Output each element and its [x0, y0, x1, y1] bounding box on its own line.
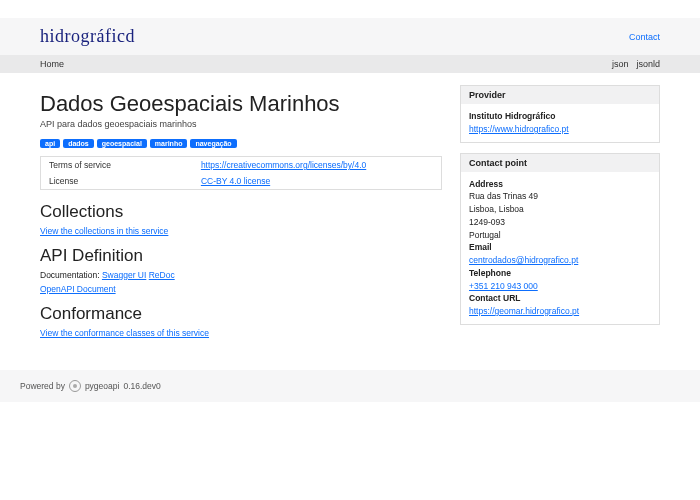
info-table: Terms of service https://creativecommons…	[40, 156, 442, 190]
top-bar: hidrográficd Contact	[0, 18, 700, 55]
tag: api	[40, 139, 60, 148]
apidef-heading: API Definition	[40, 246, 442, 266]
contact-url-label: Contact URL	[469, 293, 520, 303]
address-line: Lisboa, Lisboa	[469, 204, 524, 214]
provider-body: Instituto Hidrográfico https://www.hidro…	[461, 104, 659, 142]
email-link[interactable]: centrodados@hidrografico.pt	[469, 255, 578, 265]
redoc-link[interactable]: ReDoc	[149, 270, 175, 280]
tag: navegação	[190, 139, 236, 148]
tag-list: api dados geoespacial marinho navegação	[40, 139, 442, 148]
address-line: 1249-093	[469, 217, 505, 227]
collections-link[interactable]: View the collections in this service	[40, 226, 442, 236]
pygeoapi-icon	[69, 380, 81, 392]
collections-heading: Collections	[40, 202, 442, 222]
contact-link[interactable]: Contact	[629, 32, 660, 42]
doc-label: Documentation:	[40, 270, 100, 280]
format-jsonld[interactable]: jsonld	[636, 59, 660, 69]
main-column: Dados Geoespaciais Marinhos API para dad…	[40, 85, 442, 342]
license-link[interactable]: CC-BY 4.0 license	[201, 176, 270, 186]
openapi-link[interactable]: OpenAPI Document	[40, 284, 442, 294]
footer: Powered by pygeoapi 0.16.dev0	[0, 370, 700, 402]
address-line: Rua das Trinas 49	[469, 191, 538, 201]
nav-home[interactable]: Home	[40, 59, 64, 69]
terms-label: Terms of service	[41, 157, 193, 174]
brand-text: hidrográficd	[40, 26, 135, 46]
address-line: Portugal	[469, 230, 501, 240]
format-json[interactable]: json	[612, 59, 629, 69]
page-title: Dados Geoespaciais Marinhos	[40, 91, 442, 117]
table-row: License CC-BY 4.0 license	[41, 173, 442, 190]
tag: marinho	[150, 139, 188, 148]
tel-label: Telephone	[469, 268, 511, 278]
conformance-link[interactable]: View the conformance classes of this ser…	[40, 328, 442, 338]
side-column: Provider Instituto Hidrográfico https://…	[460, 85, 660, 342]
powered-label: Powered by	[20, 381, 65, 391]
provider-url[interactable]: https://www.hidrografico.pt	[469, 124, 569, 134]
format-links: json jsonld	[612, 59, 660, 69]
version-text: 0.16.dev0	[123, 381, 160, 391]
tel-link[interactable]: +351 210 943 000	[469, 281, 538, 291]
pygeoapi-link[interactable]: pygeoapi	[85, 381, 120, 391]
contact-body: Address Rua das Trinas 49 Lisboa, Lisboa…	[461, 172, 659, 324]
breadcrumb: Home	[40, 59, 64, 69]
page-subtitle: API para dados geoespaciais marinhos	[40, 119, 442, 129]
conformance-heading: Conformance	[40, 304, 442, 324]
brand-link[interactable]: hidrográficd	[40, 26, 135, 47]
nav-bar: Home json jsonld	[0, 55, 700, 73]
tag: dados	[63, 139, 94, 148]
license-label: License	[41, 173, 193, 190]
main-container: Dados Geoespaciais Marinhos API para dad…	[0, 73, 700, 362]
email-label: Email	[469, 242, 492, 252]
contact-card: Contact point Address Rua das Trinas 49 …	[460, 153, 660, 325]
address-label: Address	[469, 179, 503, 189]
apidef-doc-line: Documentation: Swagger UI ReDoc	[40, 270, 442, 280]
terms-link[interactable]: https://creativecommons.org/licenses/by/…	[201, 160, 366, 170]
swagger-link[interactable]: Swagger UI	[102, 270, 146, 280]
contact-heading: Contact point	[461, 154, 659, 172]
table-row: Terms of service https://creativecommons…	[41, 157, 442, 174]
provider-card: Provider Instituto Hidrográfico https://…	[460, 85, 660, 143]
tag: geoespacial	[97, 139, 147, 148]
provider-heading: Provider	[461, 86, 659, 104]
provider-name: Instituto Hidrográfico	[469, 111, 555, 121]
contact-url-link[interactable]: https://geomar.hidrografico.pt	[469, 306, 579, 316]
